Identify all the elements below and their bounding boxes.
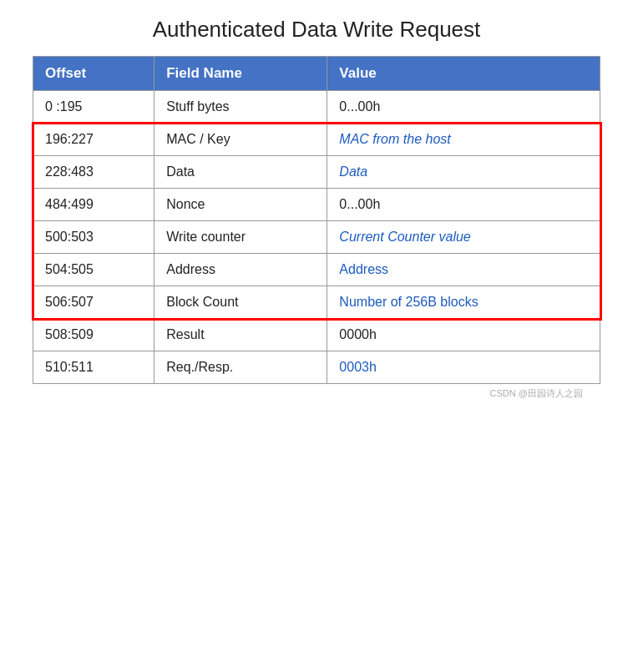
cell-offset: 500:503: [33, 221, 154, 254]
col-header-value: Value: [327, 57, 600, 91]
cell-field: Address: [154, 254, 327, 286]
cell-field: Block Count: [154, 286, 327, 319]
cell-value: Data: [327, 156, 600, 189]
table-container: Offset Field Name Value 0 :195Stuff byte…: [33, 56, 600, 384]
table-row: 500:503Write counterCurrent Counter valu…: [33, 221, 600, 254]
watermark: CSDN @田园诗人之园: [490, 387, 583, 400]
cell-field: Result: [154, 319, 327, 351]
cell-value: 0...00h: [327, 189, 600, 221]
table-row: 484:499Nonce0...00h: [33, 189, 600, 221]
cell-field: Req./Resp.: [154, 351, 327, 384]
cell-offset: 506:507: [33, 286, 154, 319]
cell-field: Write counter: [154, 221, 327, 254]
table-row: 508:509Result0000h: [33, 319, 600, 351]
table-row: 196:227MAC / KeyMAC from the host: [33, 124, 600, 156]
table-row: 510:511Req./Resp.0003h: [33, 351, 600, 384]
cell-offset: 504:505: [33, 254, 154, 286]
table-row: 0 :195Stuff bytes0...00h: [33, 91, 600, 124]
cell-offset: 508:509: [33, 319, 154, 351]
cell-value: 0000h: [327, 319, 600, 351]
cell-value: MAC from the host: [327, 124, 600, 156]
table-row: 228:483DataData: [33, 156, 600, 189]
cell-value: Current Counter value: [327, 221, 600, 254]
cell-offset: 0 :195: [33, 91, 154, 124]
page-title: Authenticated Data Write Request: [153, 17, 481, 43]
cell-offset: 196:227: [33, 124, 154, 156]
data-table: Offset Field Name Value 0 :195Stuff byte…: [33, 56, 600, 384]
cell-field: Data: [154, 156, 327, 189]
cell-value: 0003h: [327, 351, 600, 384]
cell-field: Nonce: [154, 189, 327, 221]
col-header-field: Field Name: [154, 57, 327, 91]
table-row: 504:505AddressAddress: [33, 254, 600, 286]
table-header-row: Offset Field Name Value: [33, 57, 600, 91]
cell-value: Address: [327, 254, 600, 286]
cell-offset: 510:511: [33, 351, 154, 384]
col-header-offset: Offset: [33, 57, 154, 91]
cell-offset: 484:499: [33, 189, 154, 221]
table-row: 506:507Block CountNumber of 256B blocks: [33, 286, 600, 319]
cell-field: Stuff bytes: [154, 91, 327, 124]
cell-value: 0...00h: [327, 91, 600, 124]
cell-field: MAC / Key: [154, 124, 327, 156]
page-wrapper: Authenticated Data Write Request Offset …: [17, 17, 616, 400]
cell-offset: 228:483: [33, 156, 154, 189]
cell-value: Number of 256B blocks: [327, 286, 600, 319]
